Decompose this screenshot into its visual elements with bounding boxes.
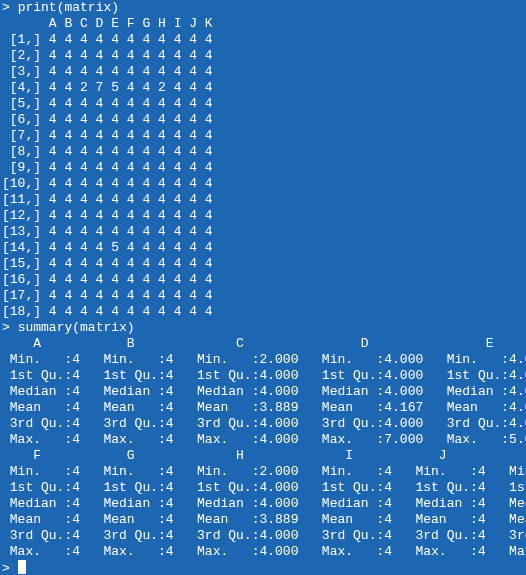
summary-row: Max. :4 Max. :4 Max. :4.000 Max. :7.000 … xyxy=(2,432,526,447)
prompt: > xyxy=(2,320,10,335)
matrix-row: [5,] 4 4 4 4 4 4 4 4 4 4 4 xyxy=(2,96,213,111)
summary-row: Min. :4 Min. :4 Min. :2.000 Min. :4 Min.… xyxy=(2,464,526,479)
matrix-row: [17,] 4 4 4 4 4 4 4 4 4 4 4 xyxy=(2,288,213,303)
matrix-row: [1,] 4 4 4 4 4 4 4 4 4 4 4 xyxy=(2,32,213,47)
matrix-row: [7,] 4 4 4 4 4 4 4 4 4 4 4 xyxy=(2,128,213,143)
matrix-row: [2,] 4 4 4 4 4 4 4 4 4 4 4 xyxy=(2,48,213,63)
matrix-row: [12,] 4 4 4 4 4 4 4 4 4 4 4 xyxy=(2,208,213,223)
matrix-row: [3,] 4 4 4 4 4 4 4 4 4 4 4 xyxy=(2,64,213,79)
summary-row: 1st Qu.:4 1st Qu.:4 1st Qu.:4.000 1st Qu… xyxy=(2,480,526,495)
prompt: > xyxy=(2,561,10,575)
matrix-row: [13,] 4 4 4 4 4 4 4 4 4 4 4 xyxy=(2,224,213,239)
cmd-print: print(matrix) xyxy=(18,0,119,15)
matrix-row: [8,] 4 4 4 4 4 4 4 4 4 4 4 xyxy=(2,144,213,159)
summary-row: Median :4 Median :4 Median :4.000 Median… xyxy=(2,384,526,399)
prompt: > xyxy=(2,0,10,15)
terminal: > print(matrix) A B C D E F G H I J K [1… xyxy=(0,0,526,575)
summary-row: Median :4 Median :4 Median :4.000 Median… xyxy=(2,496,526,511)
matrix-row: [18,] 4 4 4 4 4 4 4 4 4 4 4 xyxy=(2,304,213,319)
matrix-row: [4,] 4 4 2 7 5 4 4 2 4 4 4 xyxy=(2,80,213,95)
summary-row: 1st Qu.:4 1st Qu.:4 1st Qu.:4.000 1st Qu… xyxy=(2,368,526,383)
cmd-summary: summary(matrix) xyxy=(18,320,135,335)
summary-row: Mean :4 Mean :4 Mean :3.889 Mean :4 Mean… xyxy=(2,512,526,527)
matrix-header: A B C D E F G H I J K xyxy=(2,16,213,31)
cursor[interactable] xyxy=(18,560,26,574)
summary-header: F G H I J K xyxy=(2,448,526,463)
matrix-row: [10,] 4 4 4 4 4 4 4 4 4 4 4 xyxy=(2,176,213,191)
summary-row: 3rd Qu.:4 3rd Qu.:4 3rd Qu.:4.000 3rd Qu… xyxy=(2,528,526,543)
matrix-row: [9,] 4 4 4 4 4 4 4 4 4 4 4 xyxy=(2,160,213,175)
matrix-row: [11,] 4 4 4 4 4 4 4 4 4 4 4 xyxy=(2,192,213,207)
summary-header: A B C D E xyxy=(2,336,493,351)
summary-row: Mean :4 Mean :4 Mean :3.889 Mean :4.167 … xyxy=(2,400,526,415)
matrix-row: [16,] 4 4 4 4 4 4 4 4 4 4 4 xyxy=(2,272,213,287)
summary-row: Max. :4 Max. :4 Max. :4.000 Max. :4 Max.… xyxy=(2,544,526,559)
matrix-row: [6,] 4 4 4 4 4 4 4 4 4 4 4 xyxy=(2,112,213,127)
summary-row: 3rd Qu.:4 3rd Qu.:4 3rd Qu.:4.000 3rd Qu… xyxy=(2,416,526,431)
summary-row: Min. :4 Min. :4 Min. :2.000 Min. :4.000 … xyxy=(2,352,526,367)
matrix-row: [15,] 4 4 4 4 4 4 4 4 4 4 4 xyxy=(2,256,213,271)
matrix-row: [14,] 4 4 4 4 5 4 4 4 4 4 4 xyxy=(2,240,213,255)
